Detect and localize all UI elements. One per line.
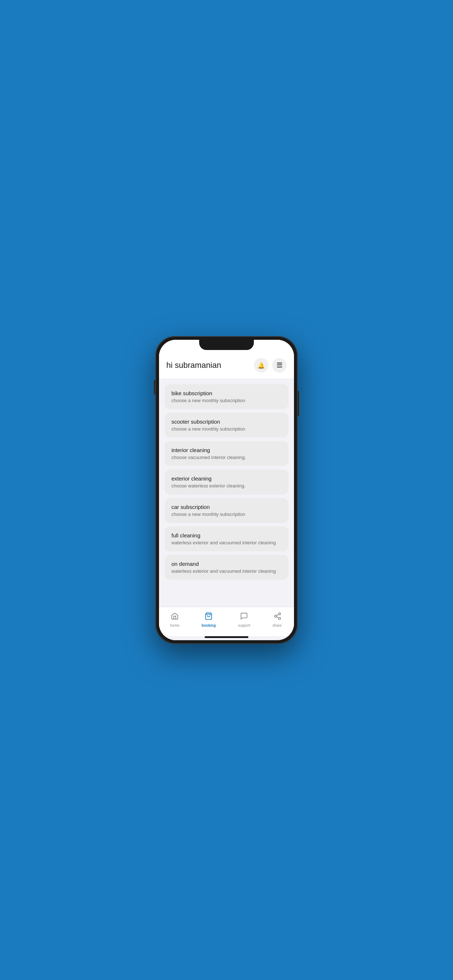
home-indicator — [205, 636, 248, 638]
services-list: bike subscription choose a new monthly s… — [159, 379, 294, 607]
on-demand-title: on demand — [171, 561, 282, 567]
greeting-text: hi subramanian — [166, 361, 221, 370]
bottom-nav: home booking — [159, 607, 294, 636]
menu-icon: ☰ — [276, 361, 282, 369]
phone-frame: hi subramanian 🔔 ☰ bike subscription cho… — [155, 336, 298, 644]
home-icon — [171, 612, 179, 622]
exterior-cleaning-card[interactable]: exterior cleaning choose waterless exter… — [165, 469, 288, 495]
interior-cleaning-title: interior cleaning — [171, 447, 282, 453]
on-demand-subtitle: waterless exterior and vacuumed interior… — [171, 568, 282, 574]
support-icon — [240, 612, 248, 622]
booking-label: booking — [202, 624, 216, 627]
nav-booking[interactable]: booking — [196, 611, 222, 629]
scooter-subscription-card[interactable]: scooter subscription choose a new monthl… — [165, 413, 288, 438]
full-cleaning-title: full cleaning — [171, 532, 282, 538]
scooter-subscription-title: scooter subscription — [171, 418, 282, 425]
support-label: support — [238, 624, 250, 627]
scooter-subscription-subtitle: choose a new monthly subscription — [171, 426, 282, 432]
nav-home[interactable]: home — [164, 611, 185, 629]
nav-support[interactable]: support — [232, 611, 256, 629]
bike-subscription-title: bike subscription — [171, 390, 282, 396]
home-label: home — [170, 624, 179, 627]
bell-icon: 🔔 — [257, 362, 265, 369]
svg-line-4 — [276, 617, 279, 618]
full-cleaning-card[interactable]: full cleaning waterless exterior and vac… — [165, 527, 288, 551]
car-subscription-card[interactable]: car subscription choose a new monthly su… — [165, 498, 288, 523]
interior-cleaning-subtitle: choose vacuumed interior cleaning. — [171, 455, 282, 460]
notch — [199, 340, 254, 350]
bike-subscription-subtitle: choose a new monthly subscription — [171, 398, 282, 403]
header-icons: 🔔 ☰ — [254, 358, 287, 372]
booking-icon — [205, 612, 213, 622]
car-subscription-subtitle: choose a new monthly subscription — [171, 512, 282, 517]
svg-line-5 — [276, 614, 279, 616]
car-subscription-title: car subscription — [171, 504, 282, 510]
phone-screen: hi subramanian 🔔 ☰ bike subscription cho… — [159, 340, 294, 640]
nav-share[interactable]: share` — [266, 611, 289, 629]
exterior-cleaning-subtitle: choose waterless exterior cleaning. — [171, 483, 282, 488]
exterior-cleaning-title: exterior cleaning — [171, 476, 282, 482]
full-cleaning-subtitle: waterless exterior and vacuumed interior… — [171, 540, 282, 546]
notification-button[interactable]: 🔔 — [254, 358, 268, 372]
share-icon — [274, 612, 282, 622]
bike-subscription-card[interactable]: bike subscription choose a new monthly s… — [165, 384, 288, 409]
screen: hi subramanian 🔔 ☰ bike subscription cho… — [159, 340, 294, 640]
menu-button[interactable]: ☰ — [272, 358, 287, 372]
on-demand-card[interactable]: on demand waterless exterior and vacuume… — [165, 555, 288, 580]
share-label: share` — [273, 624, 283, 627]
interior-cleaning-card[interactable]: interior cleaning choose vacuumed interi… — [165, 441, 288, 466]
